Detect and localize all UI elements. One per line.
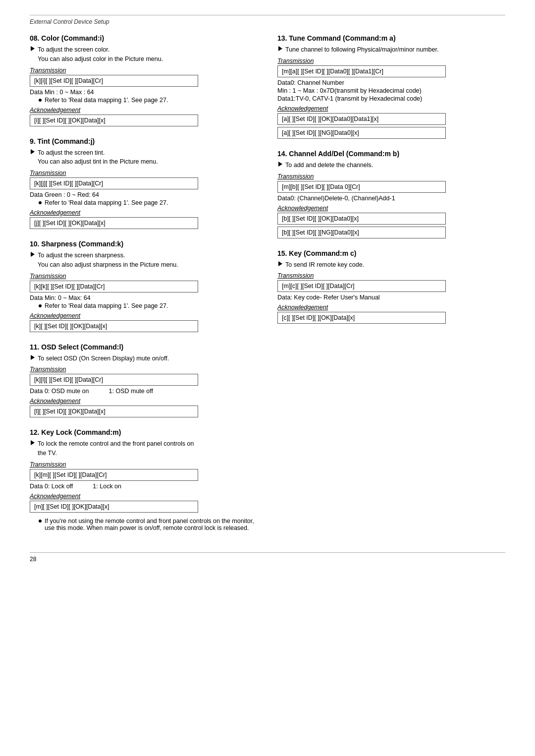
triangle-icon [278, 46, 282, 51]
page-number: 28 [30, 556, 505, 563]
osd-ack-code: [l][ ][Set ID][ ][OK][Data][x] [30, 406, 198, 417]
tint-command-title: 9. Tint (Command:j) [30, 137, 258, 145]
dot-icon [39, 99, 42, 102]
key-cmd-data-0: Data: Key code- Refer User's Manual [277, 294, 505, 301]
page-header: External Control Device Setup [30, 18, 505, 25]
osd-bullet-1: To select OSD (On Screen Display) mute o… [31, 354, 258, 363]
tint-command-section: 9. Tint (Command:j) To adjust the screen… [30, 137, 258, 230]
tune-ack-code-1: [a][ ][Set ID][ ][OK][Data0][Data1][x] [277, 113, 446, 125]
color-transmission-label: Transmission [30, 67, 258, 74]
tint-transmission-label: Transmission [30, 170, 258, 176]
sharpness-command-title: 10. Sharpness (Command:k) [30, 240, 258, 248]
key-lock-section: 12. Key Lock (Command:m) To lock the rem… [30, 428, 258, 531]
tune-transmission-code: [m][a][ ][Set ID][ ][Data0][ ][Data1][Cr… [277, 65, 446, 77]
key-cmd-ack-code: [c][ ][Set ID][ ][OK][Data][x] [277, 312, 446, 324]
key-lock-bullet-1: To lock the remote control and the front… [31, 439, 258, 458]
color-data-1: Data Min : 0 ~ Max : 64 [30, 89, 258, 96]
sharpness-data-1: Data Min: 0 ~ Max: 64 [30, 294, 258, 301]
color-data-2: Refer to 'Real data mapping 1'. See page… [39, 97, 258, 104]
color-command-title: 08. Color (Command:i) [30, 34, 258, 42]
tint-bullet-1: To adjust the screen tint.You can also a… [31, 148, 258, 167]
triangle-icon [31, 46, 35, 51]
key-cmd-bullet-1: To send IR remote key code. [278, 260, 505, 270]
key-lock-data-pair: Data 0: Lock off 1: Lock on [30, 483, 258, 490]
key-lock-transmission-label: Transmission [30, 461, 258, 468]
tint-ack-label: Acknowledgement [30, 209, 258, 216]
sharpness-transmission-label: Transmission [30, 273, 258, 280]
channel-add-del-title: 14. Channel Add/Del (Command:m b) [277, 150, 505, 158]
tune-ack-code-2: [a][ ][Set ID][ ][NG][Data0][x] [277, 127, 446, 139]
triangle-icon [278, 261, 282, 266]
triangle-icon [31, 252, 35, 257]
top-rule [30, 15, 505, 15]
tint-data-1: Data Green : 0 ~ Red: 64 [30, 191, 258, 198]
right-column: 13. Tune Command (Command:m a) Tune chan… [277, 34, 505, 542]
channel-bullet-1: To add and delete the channels. [278, 161, 505, 170]
color-command-section: 08. Color (Command:i) To adjust the scre… [30, 34, 258, 126]
tune-data-1: Min : 1 ~ Max : 0x7D(transmit by Hexadec… [277, 87, 505, 94]
osd-ack-label: Acknowledgement [30, 398, 258, 405]
tune-command-title: 13. Tune Command (Command:m a) [277, 34, 505, 42]
dot-icon [39, 520, 42, 523]
tune-data-2: Data1:TV-0, CATV-1 (transmit by Hexadeci… [277, 95, 505, 102]
channel-add-del-section: 14. Channel Add/Del (Command:m b) To add… [277, 150, 505, 238]
key-command-section: 15. Key (Command:m c) To send IR remote … [277, 249, 505, 324]
osd-transmission-code: [k][l][ ][Set ID][ ][Data][Cr] [30, 374, 198, 386]
sharpness-data-2: Refer to 'Real data mapping 1'. See page… [39, 302, 258, 309]
tune-command-section: 13. Tune Command (Command:m a) Tune chan… [277, 34, 505, 139]
key-lock-footer: If you're not using the remote control a… [30, 518, 258, 531]
tint-transmission-code: [k][j][ ][Set ID][ ][Data][Cr] [30, 177, 198, 189]
dot-icon [39, 304, 42, 307]
main-content: 08. Color (Command:i) To adjust the scre… [30, 34, 505, 542]
channel-transmission-code: [m][b][ ][Set ID][ ][Data 0][Cr] [277, 181, 446, 193]
sharpness-ack-code: [k][ ][Set ID][ ][OK][Data][x] [30, 320, 198, 332]
sharpness-transmission-code: [k][k][ ][Set ID][ ][Data][Cr] [30, 281, 198, 292]
triangle-icon [278, 162, 282, 167]
color-ack-label: Acknowledgement [30, 107, 258, 114]
key-cmd-transmission-code: [m][c][ ][Set ID][ ][Data][Cr] [277, 280, 446, 292]
osd-data-pair: Data 0: OSD mute on 1: OSD mute off [30, 388, 258, 395]
triangle-icon [31, 440, 35, 445]
color-transmission-code: [k][i][ ][Set ID][ ][Data][Cr] [30, 75, 198, 87]
key-lock-transmission-code: [k][m][ ][Set ID][ ][Data][Cr] [30, 469, 198, 481]
dot-icon [39, 201, 42, 204]
osd-transmission-label: Transmission [30, 366, 258, 373]
tune-data-0: Data0: Channel Number [277, 79, 505, 86]
left-column: 08. Color (Command:i) To adjust the scre… [30, 34, 258, 542]
page: External Control Device Setup 08. Color … [0, 0, 535, 756]
channel-data-0: Data0: (Channel)Delete-0, (Channel)Add-1 [277, 195, 505, 202]
channel-transmission-label: Transmission [277, 173, 505, 180]
channel-ack-label: Acknowledgement [277, 205, 505, 212]
tune-bullet-1: Tune channel to following Physical/major… [278, 45, 505, 55]
sharpness-command-section: 10. Sharpness (Command:k) To adjust the … [30, 240, 258, 332]
sharpness-bullet-1: To adjust the screen sharpness.You can a… [31, 251, 258, 270]
key-lock-footer-bullet: If you're not using the remote control a… [39, 518, 258, 531]
osd-select-section: 11. OSD Select (Command:l) To select OSD… [30, 343, 258, 418]
channel-ack-code-1: [b][ ][Set ID][ ][OK][Data0][x] [277, 213, 446, 225]
bottom-rule [30, 552, 505, 553]
key-lock-ack-label: Acknowledgement [30, 493, 258, 500]
sharpness-ack-label: Acknowledgement [30, 312, 258, 319]
color-ack-code: [i][ ][Set ID][ ][OK][Data][x] [30, 115, 198, 126]
tune-transmission-label: Transmission [277, 58, 505, 64]
color-bullet-1: To adjust the screen color.You can also … [31, 45, 258, 64]
triangle-icon [31, 355, 35, 360]
triangle-icon [31, 149, 35, 154]
key-command-title: 15. Key (Command:m c) [277, 249, 505, 257]
key-lock-ack-code: [m][ ][Set ID][ ][OK][Data][x] [30, 501, 198, 513]
key-lock-title: 12. Key Lock (Command:m) [30, 428, 258, 436]
channel-ack-code-2: [b][ ][Set ID][ ][NG][Data0][x] [277, 227, 446, 238]
tune-ack-label: Acknowledgement [277, 105, 505, 112]
osd-select-title: 11. OSD Select (Command:l) [30, 343, 258, 351]
key-cmd-transmission-label: Transmission [277, 272, 505, 279]
tint-ack-code: [j][ ][Set ID][ ][OK][Data][x] [30, 217, 198, 229]
tint-data-2: Refer to 'Real data mapping 1'. See page… [39, 199, 258, 206]
key-cmd-ack-label: Acknowledgement [277, 304, 505, 311]
